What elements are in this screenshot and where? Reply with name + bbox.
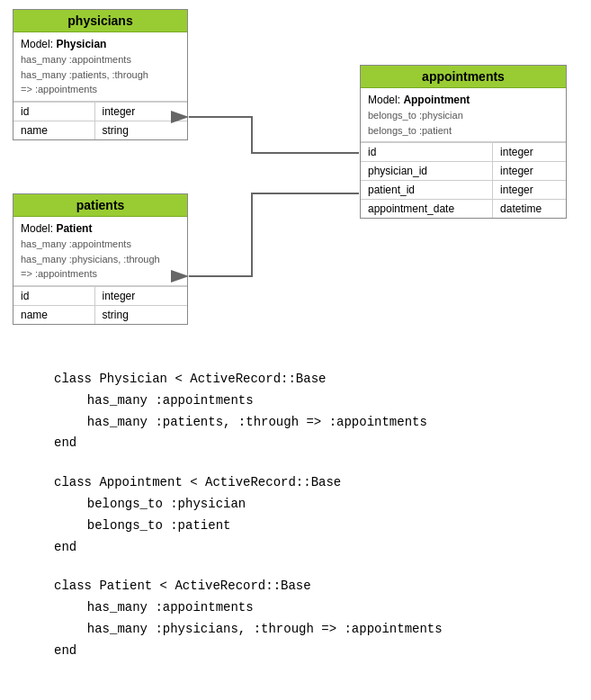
table-row: patient_id integer [361,181,566,200]
arrow-appointments-physicians [189,117,359,153]
patients-assoc2: has_many :physicians, :through [21,252,180,267]
cell: appointment_date [361,200,493,219]
table-row: appointment_date datetime [361,200,566,219]
cell: integer [493,181,566,200]
code-line: class Physician < ActiveRecord::Base [54,369,537,390]
cell: id [13,102,94,121]
patients-model-name: Patient [56,222,92,235]
physicians-assoc2: has_many :patients, :through [21,67,180,83]
cell: integer [94,102,187,121]
cell: name [13,121,94,139]
cell: patient_id [361,181,493,200]
diagram-area: physicians Model: Physician has_many :ap… [0,0,591,351]
table-row: id integer [361,143,566,162]
cell: integer [493,143,566,162]
table-row: id integer [13,286,187,305]
code-line: has_many :physicians, :through => :appoi… [54,619,537,641]
physicians-assoc1: has_many :appointments [21,52,180,67]
physicians-model-name: Physician [56,38,106,50]
table-row: name string [13,305,187,324]
appointments-rows: id integer physician_id integer patient_… [361,142,566,218]
appointments-header: appointments [361,66,566,88]
code-block-patient: class Patient < ActiveRecord::Base has_m… [54,576,537,661]
appointments-model-label: Model: [368,94,400,106]
cell: id [361,143,493,162]
table-row: name string [13,121,187,139]
appointments-assoc1: belongs_to :physician [368,108,559,123]
code-block-physician: class Physician < ActiveRecord::Base has… [54,369,537,454]
appointments-assoc2: belongs_to :patient [368,123,559,139]
code-line: class Patient < ActiveRecord::Base [54,576,537,597]
patients-model-label: Model: [21,222,53,235]
physicians-entity: physicians Model: Physician has_many :ap… [13,9,188,140]
code-line: has_many :appointments [54,597,537,619]
cell: datetime [493,200,566,219]
patients-info: Model: Patient has_many :appointments ha… [13,217,187,286]
code-line: end [54,641,537,662]
cell: string [94,121,187,139]
code-line: class Appointment < ActiveRecord::Base [54,472,537,494]
physicians-rows: id integer name string [13,102,187,139]
code-line: end [54,433,537,454]
patients-header: patients [13,194,187,217]
appointments-model-name: Appointment [403,94,470,106]
code-line: belongs_to :physician [54,494,537,516]
cell: integer [493,162,566,181]
appointments-entity: appointments Model: Appointment belongs_… [360,65,567,219]
patients-assoc1: has_many :appointments [21,237,180,252]
table-row: physician_id integer [361,162,566,181]
cell: physician_id [361,162,493,181]
arrow-appointments-patients [189,193,359,276]
code-line: has_many :patients, :through => :appoint… [54,412,537,434]
appointments-info: Model: Appointment belongs_to :physician… [361,88,566,142]
cell: name [13,305,94,324]
code-block-appointment: class Appointment < ActiveRecord::Base b… [54,472,537,558]
physicians-model-label: Model: [21,38,53,50]
physicians-header: physicians [13,10,187,32]
table-row: id integer [13,102,187,121]
code-section: class Physician < ActiveRecord::Base has… [0,351,591,698]
cell: integer [94,286,187,305]
code-line: belongs_to :patient [54,516,537,537]
cell: id [13,286,94,305]
patients-assoc3: => :appointments [21,266,180,282]
patients-rows: id integer name string [13,286,187,324]
code-line: has_many :appointments [54,390,537,412]
code-line: end [54,537,537,559]
patients-entity: patients Model: Patient has_many :appoin… [13,193,188,325]
physicians-info: Model: Physician has_many :appointments … [13,32,187,102]
cell: string [94,305,187,324]
physicians-assoc3: => :appointments [21,82,180,97]
